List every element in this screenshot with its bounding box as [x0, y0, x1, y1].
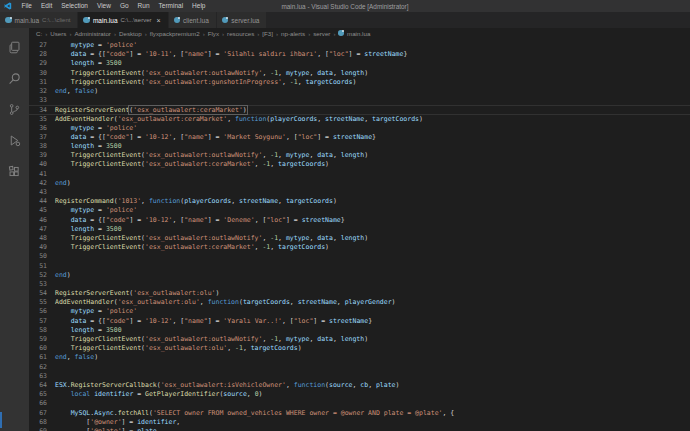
code-line[interactable]: 54RegisterServerEvent('esx_outlawalert:o…: [29, 289, 690, 298]
code-line[interactable]: 55AddEventHandler('esx_outlawalert:olu',…: [29, 298, 690, 307]
breadcrumb-item[interactable]: C:: [35, 30, 43, 37]
code-line[interactable]: 32end, false): [29, 87, 690, 96]
code-line[interactable]: 39 TriggerClientEvent('esx_outlawalert:o…: [29, 151, 690, 160]
code-line[interactable]: 38 length = 3500: [29, 142, 690, 151]
lua-icon: [222, 17, 229, 24]
editor-column: C:›Users›Administrator›Desktop›flyxpackp…: [29, 28, 690, 431]
highlight-box: ('esx_outlawalert:ceraMarket'): [129, 106, 246, 114]
breadcrumb-item[interactable]: np-alerts: [280, 30, 306, 37]
code-line[interactable]: 27 mytype = 'police': [29, 41, 690, 50]
code-editor[interactable]: 27 mytype = 'police'28 data = {["code"] …: [29, 38, 690, 431]
menu-item-terminal[interactable]: Terminal: [154, 0, 188, 12]
search-icon[interactable]: [0, 63, 29, 94]
line-number: 29: [33, 59, 47, 68]
code-line[interactable]: 34RegisterServerEvent('esx_outlawalert:c…: [29, 105, 690, 114]
line-number: 27: [33, 41, 47, 50]
tab-label: client.lua: [183, 17, 209, 24]
code-line[interactable]: 59 TriggerClientEvent('esx_outlawalert:o…: [29, 335, 690, 344]
editor-tab[interactable]: server.lua: [217, 12, 268, 28]
code-line[interactable]: 53: [29, 280, 690, 289]
breadcrumb-item[interactable]: resources: [226, 30, 255, 37]
source-control-icon[interactable]: [0, 94, 29, 125]
line-number: 47: [33, 225, 47, 234]
editor-tab[interactable]: main.luaC:\...\client: [0, 12, 78, 28]
code-line[interactable]: 36 mytype = 'police': [29, 124, 690, 133]
code-line[interactable]: 65 local identifier = GetPlayerIdentifie…: [29, 390, 690, 399]
line-number: 69: [33, 427, 47, 431]
menu-item-view[interactable]: View: [92, 0, 115, 12]
breadcrumb-item[interactable]: Administrator: [73, 30, 111, 37]
menu-item-selection[interactable]: Selection: [57, 0, 93, 12]
code-line[interactable]: 30 TriggerClientEvent('esx_outlawalert:o…: [29, 69, 690, 78]
code-line[interactable]: 67 MySQL.Async.fetchAll('SELECT owner FR…: [29, 409, 690, 418]
line-number: 44: [33, 197, 47, 206]
line-number: 49: [33, 243, 47, 252]
line-number: 28: [33, 50, 47, 59]
code-line[interactable]: 43: [29, 188, 690, 197]
code-line[interactable]: 31 TriggerClientEvent('esx_outlawalert:g…: [29, 78, 690, 87]
breadcrumb-item[interactable]: Desktop: [118, 30, 143, 37]
line-number: 39: [33, 151, 47, 160]
lua-icon: [5, 17, 12, 24]
line-number: 60: [33, 344, 47, 353]
line-number: 31: [33, 78, 47, 87]
code-line[interactable]: 68 ['@owner'] = identifier,: [29, 418, 690, 427]
explorer-icon[interactable]: [0, 32, 29, 63]
code-line[interactable]: 33: [29, 96, 690, 105]
breadcrumb-item[interactable]: server: [312, 30, 331, 37]
code-line[interactable]: 50: [29, 252, 690, 261]
code-line[interactable]: 49 TriggerClientEvent('esx_outlawalert:c…: [29, 243, 690, 252]
code-line[interactable]: 63: [29, 372, 690, 381]
edge-badge: [0, 412, 2, 428]
breadcrumb-item[interactable]: Users: [49, 30, 67, 37]
menu-item-edit[interactable]: Edit: [36, 0, 56, 12]
code-line[interactable]: 47 length = 3500: [29, 225, 690, 234]
line-number: 66: [33, 399, 47, 408]
code-line[interactable]: 56 mytype = 'police': [29, 307, 690, 316]
code-line[interactable]: 69 ['@plate'] = plate,: [29, 427, 690, 431]
menu-bar: FileEditSelectionViewGoRunTerminalHelp: [17, 0, 210, 12]
lua-icon: [338, 30, 344, 36]
code-line[interactable]: 41: [29, 170, 690, 179]
breadcrumb-separator: ›: [331, 30, 337, 37]
code-line[interactable]: 58 length = 3500: [29, 326, 690, 335]
code-line[interactable]: 37 data = {["code"] = '10-12', ["name"] …: [29, 133, 690, 142]
menu-item-file[interactable]: File: [17, 0, 36, 12]
line-number: 32: [33, 87, 47, 96]
close-icon[interactable]: ×: [157, 17, 161, 24]
code-line[interactable]: 52end): [29, 271, 690, 280]
code-line[interactable]: 40 TriggerClientEvent('esx_outlawalert:c…: [29, 160, 690, 169]
code-line[interactable]: 60 TriggerClientEvent('esx_outlawalert:o…: [29, 344, 690, 353]
tab-description: C:\...\client: [42, 17, 70, 23]
menu-item-go[interactable]: Go: [115, 0, 133, 12]
code-line[interactable]: 66: [29, 399, 690, 408]
editor-tab[interactable]: main.luaC:\...\server×: [78, 12, 168, 28]
code-line[interactable]: 44RegisterCommand('1013', function(playe…: [29, 197, 690, 206]
line-number: 37: [33, 133, 47, 142]
code-line[interactable]: 46 data = {["code"] = '10-12', ["name"] …: [29, 216, 690, 225]
code-line[interactable]: 62: [29, 363, 690, 372]
code-line[interactable]: 42end): [29, 179, 690, 188]
menu-item-help[interactable]: Help: [188, 0, 210, 12]
menu-item-run[interactable]: Run: [133, 0, 154, 12]
code-line[interactable]: 61end, false): [29, 353, 690, 362]
main-area: C:›Users›Administrator›Desktop›flyxpackp…: [0, 28, 690, 431]
tab-description: C:\...\server: [121, 17, 152, 23]
editor-tab[interactable]: client.lua: [169, 12, 217, 28]
line-number: 48: [33, 234, 47, 243]
line-number: 30: [33, 69, 47, 78]
code-line[interactable]: 57 data = {["code"] = '10-12', ["name"] …: [29, 317, 690, 326]
code-line[interactable]: 35AddEventHandler('esx_outlawalert:ceraM…: [29, 115, 690, 124]
code-line[interactable]: 51: [29, 262, 690, 271]
breadcrumb-item[interactable]: flyxpackpremium2: [149, 30, 201, 37]
code-line[interactable]: 48 TriggerClientEvent('esx_outlawalert:o…: [29, 234, 690, 243]
code-line[interactable]: 45 mytype = 'police': [29, 206, 690, 215]
code-line[interactable]: 64ESX.RegisterServerCallback('esx_outlaw…: [29, 381, 690, 390]
breadcrumb-item[interactable]: [F3]: [261, 30, 274, 37]
code-line[interactable]: 28 data = {["code"] = '10-11', ["name"] …: [29, 50, 690, 59]
breadcrumb-item[interactable]: main.lua: [346, 30, 371, 37]
code-line[interactable]: 29 length = 3500: [29, 59, 690, 68]
run-debug-icon[interactable]: [0, 125, 29, 156]
breadcrumb-item[interactable]: Flyx: [207, 30, 220, 37]
extensions-icon[interactable]: [0, 156, 29, 187]
